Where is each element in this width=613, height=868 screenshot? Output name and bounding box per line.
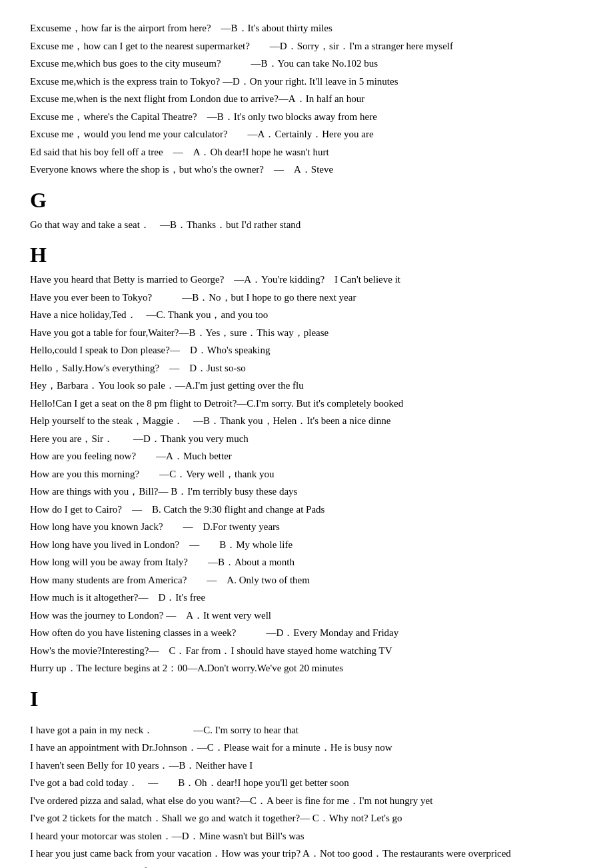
I-line-1: I have got a pain in my neck． —C. I'm so… — [30, 722, 583, 739]
H-line-9: Help yourself to the steak，Maggie． —B．Th… — [30, 413, 583, 430]
H-line-12: How are you this morning? —C．Very well，t… — [30, 466, 583, 483]
I-line-3: I haven't seen Belly for 10 years．—B．Nei… — [30, 757, 583, 775]
H-line-20: How was the journey to London? — A．It we… — [30, 607, 583, 625]
H-line-17: How long will you be away from Italy? —B… — [30, 554, 583, 571]
H-line-11: How are you feeling now? —A．Much better — [30, 448, 583, 465]
G-line-1: Go that way and take a seat． —B．Thanks．b… — [30, 217, 583, 234]
heading-I: I — [30, 687, 583, 711]
H-line-8: Hello!Can I get a seat on the 8 pm fligh… — [30, 395, 583, 413]
line-6: Excuse me，where's the Capital Theatre? —… — [30, 109, 583, 126]
H-line-5: Hello,could I speak to Don please?— D．Wh… — [30, 342, 583, 359]
H-line-4: Have you got a table for four,Waiter?—B．… — [30, 325, 583, 342]
I-line-8: I hear you just came back from your vaca… — [30, 845, 583, 863]
H-line-6: Hello，Sally.How's everything? — D．Just s… — [30, 360, 583, 377]
I-line-6: I've got 2 tickets for the match．Shall w… — [30, 810, 583, 827]
H-line-15: How long have you known Jack? — D.For tw… — [30, 519, 583, 536]
H-line-21: How often do you have listening classes … — [30, 625, 583, 642]
section-H: H Have you heard that Betty is married t… — [30, 243, 583, 677]
line-4: Excuse me,which is the express train to … — [30, 73, 583, 91]
line-3: Excuse me,which bus goes to the city mus… — [30, 55, 583, 73]
H-line-23: Hurry up．The lecture begins at 2：00—A.Do… — [30, 660, 583, 677]
I-line-5: I've ordered pizza and salad, what else … — [30, 793, 583, 810]
section-G: G Go that way and take a seat． —B．Thanks… — [30, 188, 583, 234]
H-line-1: Have you heard that Betty is married to … — [30, 271, 583, 289]
H-line-2: Have you ever been to Tokyo? —B．No，but I… — [30, 289, 583, 307]
I-line-9: I hope the weather will stay fine tomorr… — [30, 863, 583, 869]
H-line-22: How's the movie?Interesting?— C．Far from… — [30, 643, 583, 660]
line-8: Ed said that his boy fell off a tree — A… — [30, 144, 583, 161]
heading-G: G — [30, 188, 583, 213]
I-line-7: I heard your motorcar was stolen．—D．Mine… — [30, 828, 583, 845]
I-line-2: I have an appointment with Dr.Johnson．—C… — [30, 739, 583, 757]
H-line-13: How are things with you，Bill?— B．I'm ter… — [30, 483, 583, 501]
line-9: Everyone knows where the shop is，but who… — [30, 161, 583, 179]
H-line-19: How much is it altogether?— D．It's free — [30, 589, 583, 607]
H-line-3: Have a nice holiday,Ted． —C. Thank you，a… — [30, 307, 583, 324]
H-line-16: How long have you lived in London? — B．M… — [30, 537, 583, 554]
section-I: I I have got a pain in my neck． —C. I'm … — [30, 687, 583, 869]
H-line-10: Here you are，Sir． —D．Thank you very much — [30, 431, 583, 448]
H-line-18: How many students are from America? — A.… — [30, 572, 583, 589]
line-7: Excuse me，would you lend me your calcula… — [30, 126, 583, 143]
heading-H: H — [30, 243, 583, 267]
I-line-4: I've got a bad cold today． — B．Oh．dear!I… — [30, 775, 583, 792]
intro-lines-block: Excuseme，how far is the airport from her… — [30, 20, 583, 179]
line-5: Excuse me,when is the next flight from L… — [30, 91, 583, 108]
H-line-7: Hey，Barbara．You look so pale．—A.I'm just… — [30, 377, 583, 395]
H-line-14: How do I get to Cairo? — B. Catch the 9:… — [30, 501, 583, 519]
line-1: Excuseme，how far is the airport from her… — [30, 20, 583, 37]
line-2: Excuse me，how can I get to the nearest s… — [30, 38, 583, 55]
